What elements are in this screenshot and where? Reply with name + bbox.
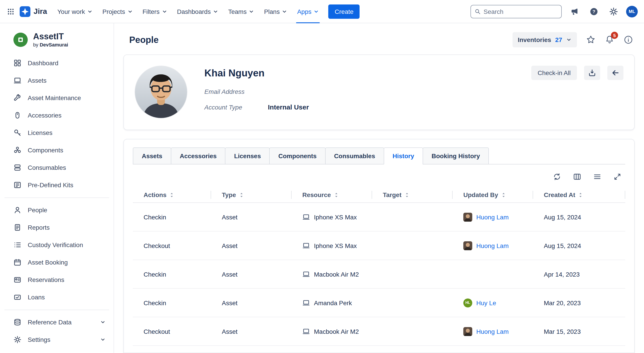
check-in-all-button[interactable]: Check-in All (531, 66, 577, 80)
sidebar-item-assets[interactable]: Assets (0, 72, 114, 89)
user-avatar[interactable]: ML (626, 5, 638, 17)
cell-updated-by: HL Huy Le (452, 298, 533, 307)
announcements-button[interactable] (567, 4, 582, 18)
back-button[interactable] (607, 66, 624, 80)
email-label: Email Address (204, 88, 268, 95)
tab-licenses[interactable]: Licenses (225, 147, 270, 164)
global-search[interactable] (470, 5, 562, 18)
svg-text:?: ? (592, 9, 596, 14)
column-header-updated-by[interactable]: Updated By (452, 187, 533, 202)
page-title: People (129, 35, 158, 45)
nav-apps[interactable]: Apps (292, 0, 324, 23)
profile-info: Khai Nguyen Email Address Account Type I… (204, 66, 309, 119)
settings-button[interactable] (606, 4, 621, 18)
column-header-type[interactable]: Type (211, 187, 292, 202)
sidebar-item-dashboard[interactable]: Dashboard (0, 54, 114, 72)
mouse-icon (14, 111, 22, 119)
cell-created-at: Mar 15, 2023 (533, 328, 625, 335)
sidebar-item-people[interactable]: People (0, 202, 114, 219)
list-check-icon (14, 241, 22, 249)
tab-components[interactable]: Components (270, 147, 326, 164)
cell-resource: Iphone XS Max (292, 213, 372, 221)
nav-projects[interactable]: Projects (98, 0, 138, 23)
sidebar-item-consumables[interactable]: Consumables (0, 159, 114, 176)
cell-updated-by: Huong Lam (452, 241, 533, 250)
sidebar-item-asset-booking[interactable]: Asset Booking (0, 254, 114, 271)
help-button[interactable]: ? (587, 4, 601, 18)
chevron-down-icon (282, 9, 287, 14)
nav-plans[interactable]: Plans (259, 0, 292, 23)
megaphone-icon (570, 7, 579, 16)
account-type-value: Internal User (268, 103, 309, 111)
stack-icon (14, 164, 22, 172)
table-row: Checkin Asset Amanda Perk HL Huy Le Mar … (133, 289, 625, 317)
sidebar-item-components[interactable]: Components (0, 142, 114, 159)
cell-created-at: Apr 14, 2023 (533, 271, 625, 278)
columns-button[interactable] (573, 172, 582, 181)
star-icon (586, 35, 596, 45)
nav-teams[interactable]: Teams (223, 0, 259, 23)
tab-booking-history[interactable]: Booking History (422, 147, 489, 164)
search-input[interactable] (484, 8, 558, 15)
user-link[interactable]: Huy Le (476, 299, 496, 306)
tab-consumables[interactable]: Consumables (325, 147, 384, 164)
app-switcher-button[interactable] (4, 4, 18, 18)
user-avatar-initials: HL (463, 298, 472, 307)
calendar-icon (14, 259, 22, 267)
jira-logo[interactable]: Jira (18, 6, 52, 17)
dashboard-icon (14, 59, 22, 67)
portrait-image (135, 66, 187, 118)
sidebar-item-accessories[interactable]: Accessories (0, 107, 114, 124)
sidebar-item-reference-data[interactable]: Reference Data (0, 314, 114, 331)
laptop-icon (302, 213, 310, 221)
cell-action: Checkout (133, 242, 211, 249)
export-button[interactable] (584, 66, 600, 80)
nav-your-work[interactable]: Your work (52, 0, 98, 23)
sidebar-item-reservations[interactable]: Reservations (0, 271, 114, 289)
tab-accessories[interactable]: Accessories (171, 147, 226, 164)
sort-icon (405, 192, 409, 198)
table-toolbar (133, 164, 625, 187)
user-link[interactable]: Huong Lam (476, 213, 509, 221)
sort-icon (501, 192, 506, 198)
table-row: Checkin Asset Macbook Air M2 Apr 14, 202… (133, 260, 625, 289)
notifications-button[interactable]: 5 (605, 35, 614, 45)
fullscreen-button[interactable] (613, 172, 622, 181)
favorite-button[interactable] (586, 35, 596, 45)
topnav-menu: Your work Projects Filters Dashboards Te… (52, 0, 324, 23)
sidebar-item-settings[interactable]: Settings (0, 331, 114, 349)
app-window: Jira Your work Projects Filters Dashboar… (0, 0, 644, 353)
user-link[interactable]: Huong Lam (476, 328, 509, 335)
cell-resource: Macbook Air M2 (292, 270, 372, 278)
nav-dashboards[interactable]: Dashboards (172, 0, 223, 23)
gear-icon (14, 336, 22, 344)
wrench-icon (14, 94, 22, 102)
cell-action: Checkout (133, 328, 211, 335)
sidebar-divider (4, 198, 109, 198)
sidebar-item-custody-verification[interactable]: Custody Verification (0, 236, 114, 254)
user-link[interactable]: Huong Lam (476, 242, 509, 249)
column-header-resource[interactable]: Resource (292, 187, 372, 202)
column-header-target[interactable]: Target (372, 187, 452, 202)
nav-filters[interactable]: Filters (138, 0, 172, 23)
create-button[interactable]: Create (328, 4, 360, 18)
tab-history[interactable]: History (384, 147, 423, 164)
refresh-button[interactable] (553, 172, 561, 181)
sidebar-item-licenses[interactable]: Licenses (0, 124, 114, 142)
sidebar-item-reports[interactable]: Reports (0, 219, 114, 236)
info-button[interactable] (624, 35, 633, 45)
sidebar-item-pre-defined-kits[interactable]: Pre-Defined Kits (0, 176, 114, 194)
tab-assets[interactable]: Assets (133, 147, 171, 164)
id-card-icon (14, 276, 22, 284)
sort-icon (578, 192, 583, 198)
column-header-actions[interactable]: Actions (133, 187, 211, 202)
row-density-button[interactable] (593, 172, 602, 181)
gear-icon (609, 7, 618, 16)
column-header-created-at[interactable]: Created At (533, 187, 625, 202)
sidebar-item-loans[interactable]: Loans (0, 289, 114, 306)
inventories-dropdown[interactable]: Inventories 27 (512, 32, 577, 47)
sidebar-item-asset-maintenance[interactable]: Asset Maintenance (0, 89, 114, 107)
menu-lines-icon (593, 172, 602, 181)
laptop-icon (302, 328, 310, 335)
jira-mark-icon (20, 6, 30, 17)
